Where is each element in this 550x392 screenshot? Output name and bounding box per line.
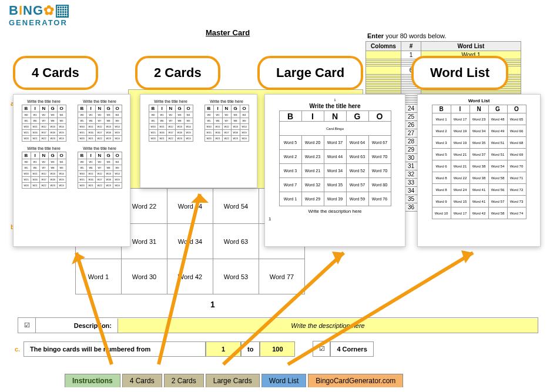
wl-header-num: # [401, 42, 421, 51]
row-letter-c: c. [9, 342, 24, 356]
arrow-wordlist [282, 247, 482, 370]
callout-2-cards: 2 Cards [135, 56, 220, 90]
svg-line-0 [76, 253, 112, 364]
arrow-2cards [153, 188, 223, 370]
tab-2-cards[interactable]: 2 Cards [164, 374, 204, 387]
sheet-tabs: Instructions 4 Cards 2 Cards Large Cards… [65, 374, 403, 387]
description-checkbox[interactable]: ☑ [18, 318, 36, 333]
callout-large-card: Large Card [257, 56, 363, 90]
thumb-large-card: 1 Write the title here BINGOCard.BingoWo… [264, 94, 405, 247]
tab-word-list[interactable]: Word List [261, 374, 306, 387]
thumb-4-cards: Write the title hereBINGOW0W1W2W3W4W5W6W… [13, 94, 130, 247]
thumb-2-cards: Write the title hereBINGOW0W1W2W3W4W5W6W… [140, 94, 257, 188]
callout-word-list: Word List [411, 56, 508, 90]
gear-icon: ✿ [43, 3, 55, 18]
wl-header-columns: Colomns [366, 42, 401, 51]
arrow-4cards [71, 247, 129, 370]
tab-instructions[interactable]: Instructions [65, 374, 120, 387]
thumb-word-list: Word List BINGOWord 1Word 17Word 23Word … [417, 94, 541, 247]
svg-marker-3 [191, 194, 209, 203]
logo: BING✿ GENERATOR [9, 3, 69, 27]
tab-large-cards[interactable]: Large Cards [206, 374, 260, 387]
callout-4-cards: 4 Cards [13, 56, 98, 90]
wl-header-word: Word List [421, 42, 521, 51]
wordlist-instruction: Enter your 80 words below. [367, 32, 447, 39]
grid-icon [56, 5, 69, 18]
svg-line-6 [288, 253, 473, 364]
svg-line-2 [159, 194, 200, 364]
tab-website[interactable]: BingoCardGenerator.com [308, 374, 403, 387]
master-card-title: Master Card [206, 28, 250, 37]
tab-4-cards[interactable]: 4 Cards [122, 374, 162, 387]
